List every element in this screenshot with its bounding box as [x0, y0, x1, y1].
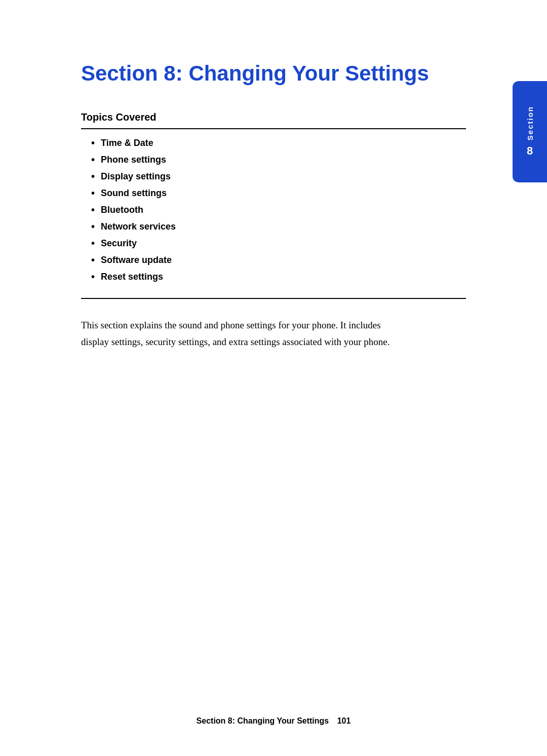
footer-page-number: 101: [337, 716, 351, 725]
list-item-text: Display settings: [101, 171, 171, 182]
section-divider: [81, 298, 466, 299]
list-item-text: Software update: [101, 255, 172, 266]
list-item-text: Time & Date: [101, 138, 153, 148]
topics-list: Time & Date Phone settings Display setti…: [91, 137, 466, 283]
list-item: Network services: [91, 221, 466, 233]
list-item-text: Reset settings: [101, 272, 163, 282]
list-item: Phone settings: [91, 154, 466, 166]
body-text: This section explains the sound and phon…: [81, 317, 395, 350]
list-item-text: Bluetooth: [101, 205, 143, 215]
list-item: Sound settings: [91, 187, 466, 199]
list-item: Software update: [91, 254, 466, 266]
page-container: Section 8 Section 8: Changing Your Setti…: [0, 0, 547, 756]
section-tab: Section 8: [513, 81, 547, 182]
list-item-text: Phone settings: [101, 155, 166, 165]
list-item: Reset settings: [91, 271, 466, 283]
list-item: Display settings: [91, 171, 466, 182]
footer-label: Section 8: Changing Your Settings: [197, 716, 329, 725]
list-item: Security: [91, 238, 466, 249]
page-title: Section 8: Changing Your Settings: [81, 61, 466, 86]
list-item-text: Security: [101, 238, 137, 249]
topics-heading: Topics Covered: [81, 111, 466, 129]
list-item-text: Network services: [101, 221, 176, 232]
section-tab-label: Section: [526, 106, 534, 140]
list-item: Time & Date: [91, 137, 466, 149]
list-item-text: Sound settings: [101, 188, 167, 199]
list-item: Bluetooth: [91, 204, 466, 216]
footer: Section 8: Changing Your Settings 101: [0, 716, 547, 726]
topics-section: Topics Covered Time & Date Phone setting…: [81, 111, 466, 283]
section-tab-number: 8: [527, 144, 533, 158]
